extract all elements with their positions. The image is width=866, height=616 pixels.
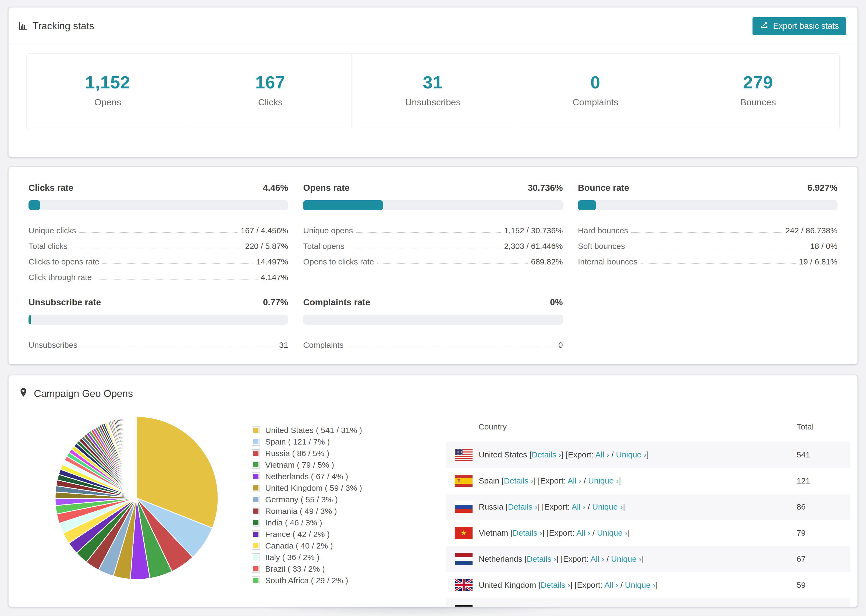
rate-row-value: 19 / 6.81% — [799, 257, 838, 266]
country-cell: Vietnam [Details ›] [Export: All › / Uni… — [479, 528, 797, 537]
rate-panel-value: 6.927% — [808, 183, 838, 193]
legend-label: Brazil ( 33 / 2% ) — [265, 564, 325, 574]
rate-row: Soft bounces 18 / 0% — [578, 235, 838, 250]
legend-label: United States ( 541 / 31% ) — [265, 426, 362, 435]
progress-bar — [578, 200, 838, 210]
rate-row-label: Clicks to opens rate — [28, 257, 99, 266]
details-link[interactable]: Details › — [508, 502, 537, 511]
export-unique-link[interactable]: Unique › — [601, 607, 631, 607]
legend-label: Vietnam ( 79 / 5% ) — [265, 460, 334, 470]
export-basic-stats-button[interactable]: Export basic stats — [753, 17, 846, 35]
table-row: Spain [Details ›] [Export: All › / Uniqu… — [446, 468, 850, 494]
export-unique-link[interactable]: Unique › — [588, 476, 619, 485]
export-all-link[interactable]: All › — [590, 555, 604, 563]
rates-card: Clicks rate 4.46% Unique clicks 167 / 4.… — [8, 167, 858, 364]
country-flag-icon — [455, 579, 472, 591]
country-cell: United States [Details ›] [Export: All ›… — [479, 450, 797, 459]
legend-label: Spain ( 121 / 7% ) — [265, 437, 330, 446]
legend-swatch — [252, 484, 260, 492]
rate-row-label: Unique clicks — [28, 226, 76, 235]
country-name: Vietnam — [479, 528, 508, 537]
column-header-country: Country — [446, 422, 797, 431]
export-all-link[interactable]: All › — [604, 580, 618, 589]
legend-item: Russia ( 86 / 5% ) — [252, 448, 362, 459]
export-unique-link[interactable]: Unique › — [597, 528, 627, 537]
details-link[interactable]: Details › — [513, 528, 542, 537]
rate-row: Opens to clicks rate 689.82% — [303, 250, 563, 266]
country-flag-icon — [455, 501, 472, 513]
pie-legend: United States ( 541 / 31% ) Spain ( 121 … — [252, 424, 362, 586]
legend-label: United Kingdom ( 59 / 3% ) — [265, 484, 362, 493]
export-icon — [760, 20, 769, 32]
dotted-leader — [628, 248, 807, 248]
rate-row-value: 4.147% — [261, 273, 288, 282]
rate-row-value: 0 — [558, 341, 563, 349]
export-unique-link[interactable]: Unique › — [616, 450, 646, 459]
details-link[interactable]: Details › — [532, 450, 561, 459]
rate-row-label: Soft bounces — [578, 242, 625, 250]
summary-stats: 1,152 Opens 167 Clicks 31 Unsubscribes 0… — [26, 53, 840, 129]
summary-stat-value: 0 — [590, 72, 600, 93]
table-row: Russia [Details ›] [Export: All › / Uniq… — [446, 494, 850, 520]
rate-panel-value: 0% — [550, 297, 563, 308]
export-all-link[interactable]: All › — [580, 607, 594, 607]
country-name: Netherlands — [479, 555, 522, 563]
country-flag-icon — [455, 449, 472, 460]
export-unique-link[interactable]: Unique › — [611, 555, 641, 563]
export-unique-link[interactable]: Unique › — [592, 502, 623, 511]
table-row: Germany [Details ›] [Export: All › / Uni… — [446, 598, 850, 607]
rate-panel-title: Complaints rate — [303, 297, 370, 308]
rate-panel-title: Bounce rate — [578, 183, 629, 193]
progress-bar — [303, 315, 563, 325]
rate-panel: Bounce rate 6.927% Hard bounces 242 / 86… — [578, 183, 838, 282]
table-row: United States [Details ›] [Export: All ›… — [446, 442, 850, 468]
legend-item: France ( 42 / 2% ) — [252, 528, 362, 540]
page-title-text: Tracking stats — [33, 20, 94, 32]
legend-item: Canada ( 40 / 2% ) — [252, 540, 362, 552]
table-row: United Kingdom [Details ›] [Export: All … — [446, 572, 850, 598]
rate-row-value: 2,303 / 61.446% — [504, 242, 563, 250]
details-link[interactable]: Details › — [540, 580, 570, 589]
details-link[interactable]: Details › — [516, 607, 546, 607]
legend-swatch — [252, 473, 260, 480]
geo-table: Country Total United States [Details ›] … — [446, 412, 850, 607]
country-name: Spain — [479, 476, 499, 485]
legend-item: Netherlands ( 67 / 4% ) — [252, 471, 362, 482]
rate-panel: Clicks rate 4.46% Unique clicks 167 / 4.… — [28, 183, 288, 282]
export-all-link[interactable]: All › — [572, 502, 586, 511]
details-link[interactable]: Details › — [504, 476, 533, 485]
country-cell: United Kingdom [Details ›] [Export: All … — [479, 580, 797, 590]
country-name: Russia — [479, 502, 504, 511]
geo-table-rows: United States [Details ›] [Export: All ›… — [446, 442, 850, 607]
table-row: Vietnam [Details ›] [Export: All › / Uni… — [446, 520, 850, 546]
total-cell: 67 — [797, 555, 850, 564]
rate-panel-title: Clicks rate — [28, 183, 73, 193]
dotted-leader — [631, 232, 782, 233]
summary-stat-label: Unsubscribes — [405, 97, 461, 107]
export-all-link[interactable]: All › — [567, 476, 581, 485]
legend-label: Netherlands ( 67 / 4% ) — [265, 472, 348, 481]
country-cell: Germany [Details ›] [Export: All › / Uni… — [479, 607, 797, 607]
export-all-link[interactable]: All › — [595, 450, 609, 459]
country-flag-icon — [455, 605, 472, 607]
rate-row-value: 1,152 / 30.736% — [504, 226, 563, 235]
rate-panel-rows: Hard bounces 242 / 86.738% Soft bounces … — [578, 219, 838, 266]
export-unique-link[interactable]: Unique › — [625, 580, 655, 589]
dotted-leader — [71, 248, 242, 248]
legend-swatch — [252, 461, 260, 469]
legend-item: United Kingdom ( 59 / 3% ) — [252, 482, 362, 494]
total-cell: 86 — [797, 502, 850, 511]
legend-item: Italy ( 36 / 2% ) — [252, 552, 362, 563]
legend-swatch — [252, 519, 260, 526]
details-link[interactable]: Details › — [527, 555, 556, 563]
summary-stat-value: 279 — [743, 72, 773, 93]
rate-row: Hard bounces 242 / 86.738% — [578, 219, 838, 235]
export-all-link[interactable]: All › — [576, 528, 590, 537]
rate-row: Unique clicks 167 / 4.456% — [28, 219, 288, 235]
legend-swatch — [252, 507, 260, 515]
rate-row: Clicks to opens rate 14.497% — [28, 250, 288, 266]
country-flag-icon — [455, 475, 472, 487]
legend-label: India ( 46 / 3% ) — [265, 518, 322, 527]
rate-panel-head: Unsubscribe rate 0.77% — [28, 297, 288, 308]
rate-row: Unique opens 1,152 / 30.736% — [303, 219, 563, 235]
